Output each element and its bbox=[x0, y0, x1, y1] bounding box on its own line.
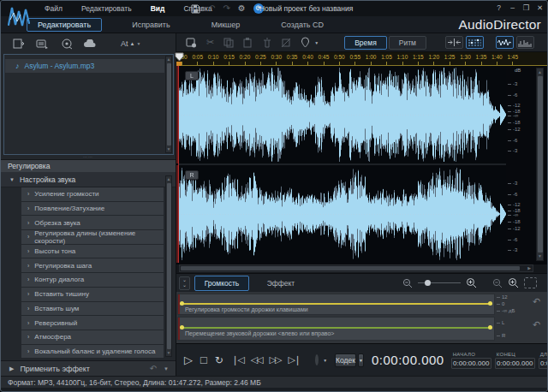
adjust-item[interactable]: ›Регулировка длины (изменение скорости) bbox=[21, 230, 164, 244]
envelope-node-end[interactable] bbox=[488, 301, 492, 306]
copy-icon[interactable] bbox=[223, 38, 234, 48]
reset-icon[interactable]: ↶ bbox=[150, 364, 157, 373]
paste-icon[interactable] bbox=[243, 38, 253, 48]
trim-icon[interactable] bbox=[281, 38, 291, 48]
envelope-node-start[interactable] bbox=[180, 301, 184, 306]
envelope-reset-icon[interactable]: ↶ bbox=[533, 296, 540, 307]
menu-Вид[interactable]: Вид bbox=[141, 4, 175, 13]
tab-effect[interactable]: Эффект bbox=[253, 276, 308, 291]
chevron-down-icon: ▼ bbox=[9, 177, 15, 182]
codec-button[interactable]: Кодек bbox=[335, 353, 356, 367]
waveform-horizontal-scrollbar[interactable]: ▶ bbox=[179, 264, 533, 272]
mode-tab[interactable]: Создать CD bbox=[270, 18, 335, 32]
zoom-out-v-icon[interactable] bbox=[492, 278, 503, 288]
envelope-line[interactable] bbox=[180, 327, 492, 329]
time-field-value[interactable]: 0:00:00.000 bbox=[495, 358, 535, 369]
tab-volume[interactable]: Громкость bbox=[194, 276, 249, 291]
mode-tab[interactable]: Исправить bbox=[121, 18, 181, 32]
waveform-canvas-right[interactable] bbox=[179, 165, 506, 263]
adjust-item[interactable]: ›Вставить тишину bbox=[21, 288, 164, 301]
waveform-canvas-left[interactable] bbox=[179, 66, 506, 163]
marker-dropdown-icon[interactable]: ▼ bbox=[314, 40, 319, 45]
adjust-item[interactable]: ›Обрезка звука bbox=[21, 216, 164, 229]
rewind-button[interactable]: ◁◁ bbox=[251, 355, 262, 365]
fit-selection-icon[interactable] bbox=[445, 36, 463, 49]
time-mode-button[interactable]: Время bbox=[344, 36, 387, 50]
file-list-item[interactable]: ♪ Asylum - Asylum.mp3 bbox=[5, 59, 164, 73]
adjust-list-scrollbar[interactable]: ▲ ▼ bbox=[165, 175, 172, 357]
go-end-button[interactable]: ▷❘ bbox=[288, 355, 300, 365]
zoom-slider[interactable] bbox=[418, 282, 461, 283]
envelope-line[interactable] bbox=[180, 303, 492, 305]
adjust-item[interactable]: ›Регулировка шага bbox=[21, 258, 164, 272]
file-list-scrollbar[interactable]: ▲ ▼ bbox=[165, 56, 172, 153]
rhythm-mode-button[interactable]: Ритм bbox=[389, 36, 426, 50]
forward-button[interactable]: ▷▷ bbox=[270, 355, 281, 365]
playhead-handle[interactable] bbox=[175, 52, 184, 62]
envelope-node-end[interactable] bbox=[488, 325, 492, 330]
fit-view-icon[interactable] bbox=[524, 277, 537, 288]
time-field-value[interactable]: 0:00:00.000 bbox=[539, 358, 548, 369]
maximize-button[interactable]: ❒ bbox=[521, 3, 532, 14]
properties-icon[interactable] bbox=[186, 38, 197, 48]
adjust-item[interactable]: ›Реверсивный bbox=[21, 316, 164, 330]
menu-Файл[interactable]: Файл bbox=[35, 4, 72, 13]
adjust-item[interactable]: ›Высоты тона bbox=[21, 245, 164, 258]
go-start-button[interactable]: ❘◁ bbox=[231, 355, 243, 365]
marker-icon[interactable] bbox=[301, 37, 310, 48]
minimize-button[interactable]: – bbox=[507, 3, 518, 14]
adjust-item[interactable]: ›Контур диалога bbox=[21, 273, 164, 287]
channel-badge-right[interactable]: R bbox=[185, 170, 199, 180]
collapse-panel-icon[interactable]: ⌄⌄ bbox=[179, 276, 190, 290]
help-button[interactable]: ? bbox=[493, 3, 504, 14]
adjust-item[interactable]: ›Атмосфера bbox=[21, 330, 164, 344]
zoom-controls bbox=[402, 277, 537, 288]
chevron-down-icon[interactable]: ▼ bbox=[164, 366, 169, 371]
envelope-track[interactable]: Перемещение звуковой дорожки <влево или … bbox=[177, 317, 495, 341]
zoom-in-h-icon[interactable] bbox=[466, 277, 477, 288]
cut-icon[interactable]: ✂ bbox=[206, 37, 214, 48]
envelope-track[interactable]: Регулировка громкости дорожки клавишами bbox=[177, 294, 495, 315]
spectrum-view-icon[interactable] bbox=[516, 36, 534, 49]
adjust-item[interactable]: ›Вставить шум bbox=[21, 302, 164, 316]
waveform-view-icon[interactable] bbox=[496, 36, 514, 49]
mode-tab[interactable]: Микшер bbox=[200, 18, 252, 32]
section-sound-setup[interactable]: ▼ Настройка звука bbox=[1, 172, 176, 187]
sort-button[interactable]: At▲▼ bbox=[121, 39, 140, 48]
adjust-item[interactable]: ›Вокальный баланс и удаление голоса bbox=[21, 345, 164, 359]
chevron-right-icon: › bbox=[27, 234, 29, 240]
zoom-in-v-icon[interactable] bbox=[508, 277, 519, 288]
envelope-view-icon[interactable] bbox=[466, 36, 484, 49]
channel-badge-left[interactable]: L bbox=[185, 71, 199, 80]
brand-logo: AudioDirector bbox=[458, 16, 541, 33]
apply-effect-row[interactable]: ▶ Применить эффект ↶ ▼ bbox=[1, 360, 176, 376]
record-audio-icon[interactable] bbox=[62, 39, 73, 50]
ruler-label: 0:25 bbox=[255, 54, 266, 60]
save-icon[interactable] bbox=[191, 4, 200, 14]
loop-button[interactable]: ↻ bbox=[215, 355, 223, 365]
envelope-node-start[interactable] bbox=[180, 325, 184, 330]
menu-Редактировать[interactable]: Редактировать bbox=[72, 4, 141, 13]
import-media-icon[interactable] bbox=[13, 39, 24, 49]
record-dropdown-icon[interactable]: ▼ bbox=[323, 358, 327, 363]
zoom-out-h-icon[interactable] bbox=[402, 278, 413, 288]
timeline-ruler[interactable]: 0:000:050:100:150:200:250:300:350:400:45… bbox=[176, 52, 548, 66]
scroll-right-arrow-icon[interactable]: ▶ bbox=[527, 265, 531, 271]
music-note-icon: ♪ bbox=[15, 62, 20, 70]
adjust-item[interactable]: ›Появление/Затухание bbox=[21, 202, 164, 216]
ruler-label: 0:35 bbox=[287, 54, 298, 60]
close-button[interactable]: ✕ bbox=[534, 3, 545, 14]
mode-tab[interactable]: Редактировать bbox=[27, 18, 102, 32]
delete-icon[interactable] bbox=[263, 38, 271, 48]
cloud-download-icon[interactable] bbox=[83, 39, 97, 49]
time-field-value[interactable]: 0:00:00.000 bbox=[451, 358, 491, 369]
stop-button[interactable]: □ bbox=[200, 354, 207, 365]
adjust-item[interactable]: ›Усиление громкости bbox=[21, 187, 164, 201]
play-button[interactable]: ▷ bbox=[184, 354, 193, 365]
codec-dropdown-icon[interactable]: ▼ bbox=[358, 353, 364, 367]
waveform-vertical-scrollbar[interactable]: ▲ ▼ bbox=[536, 68, 544, 261]
import-playlist-icon[interactable] bbox=[36, 39, 48, 49]
playhead-base-marker bbox=[176, 62, 182, 66]
envelope-reset-icon[interactable]: ↶ bbox=[533, 319, 540, 330]
record-button[interactable] bbox=[315, 354, 319, 365]
